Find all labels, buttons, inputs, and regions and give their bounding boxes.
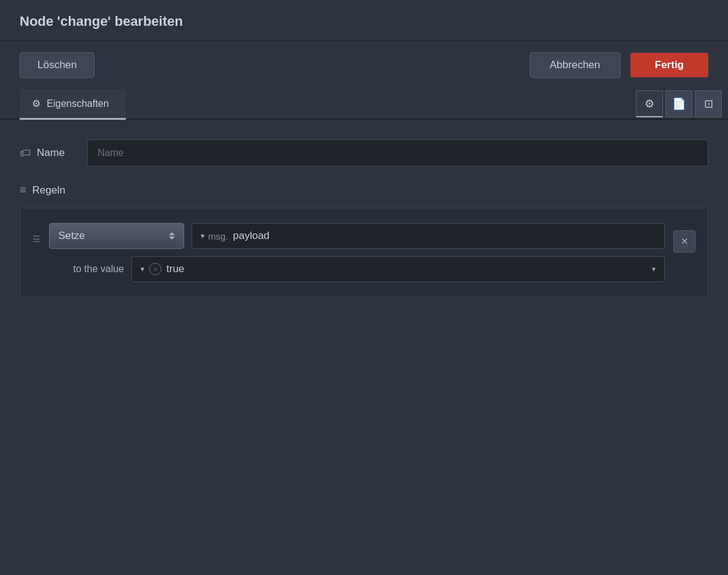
name-input[interactable] xyxy=(87,139,708,166)
tag-icon: 🏷 xyxy=(20,147,31,160)
tab-properties[interactable]: ⚙ Eigenschaften xyxy=(20,89,126,120)
arrow-down-icon xyxy=(169,237,175,240)
value-end-arrow-icon: ▾ xyxy=(652,265,656,273)
close-icon: ✕ xyxy=(681,236,689,247)
value-text: true xyxy=(166,263,647,275)
list-icon: ≡ xyxy=(20,184,26,197)
tab-icon-group: ⚙ 📄 ⊡ xyxy=(636,89,728,119)
value-type-boolean-icon: ○ xyxy=(149,263,161,275)
dialog-container: Node 'change' bearbeiten Löschen Abbrech… xyxy=(0,0,728,575)
settings-icon: ⚙ xyxy=(645,97,654,111)
tab-icon-appearance[interactable]: ⊡ xyxy=(695,90,722,117)
document-icon: 📄 xyxy=(672,97,686,111)
done-button[interactable]: Fertig xyxy=(630,53,708,77)
tab-icon-gear[interactable]: ⚙ xyxy=(636,90,663,117)
arrow-up-icon xyxy=(169,232,175,235)
layout-icon: ⊡ xyxy=(704,97,713,111)
name-label: 🏷 Name xyxy=(20,147,75,160)
tab-icon-doc[interactable]: 📄 xyxy=(665,90,692,117)
rules-section-label: ≡ Regeln xyxy=(20,184,708,197)
name-label-text: Name xyxy=(37,147,64,159)
dialog-header: Node 'change' bearbeiten xyxy=(0,0,728,41)
rule-top-row: Setze ▾ msg. payload xyxy=(49,223,665,249)
msg-prefix: msg. xyxy=(208,231,228,241)
action-label: Setze xyxy=(58,230,85,242)
to-value-label: to the value xyxy=(50,264,124,275)
value-field[interactable]: ▾ ○ true ▾ xyxy=(131,256,665,282)
dialog-title: Node 'change' bearbeiten xyxy=(20,14,708,29)
msg-dropdown-arrow-icon: ▾ xyxy=(201,232,204,240)
tab-spacer xyxy=(126,89,636,119)
rules-container: ☰ Setze xyxy=(20,208,708,297)
dialog-content: 🏷 Name ≡ Regeln ☰ xyxy=(0,120,728,575)
rule-row: ☰ Setze xyxy=(33,223,695,282)
msg-field-text: payload xyxy=(233,230,270,242)
select-arrows xyxy=(169,232,175,240)
drag-handle[interactable]: ☰ xyxy=(33,223,41,244)
tab-bar: ⚙ Eigenschaften ⚙ 📄 ⊡ xyxy=(0,89,728,120)
gear-icon: ⚙ xyxy=(32,98,41,109)
rule-content: Setze ▾ msg. payload xyxy=(49,223,665,282)
msg-payload-field[interactable]: ▾ msg. payload xyxy=(192,223,665,249)
delete-button[interactable]: Löschen xyxy=(20,52,95,78)
hamburger-icon: ☰ xyxy=(33,234,41,244)
name-row: 🏷 Name xyxy=(20,139,708,166)
tab-properties-label: Eigenschaften xyxy=(47,98,109,109)
rules-label-text: Regeln xyxy=(33,184,66,197)
value-type-arrow-icon: ▾ xyxy=(141,265,144,273)
action-select[interactable]: Setze xyxy=(49,223,184,249)
cancel-button[interactable]: Abbrechen xyxy=(530,52,621,78)
dialog-toolbar: Löschen Abbrechen Fertig xyxy=(0,41,728,89)
rule-delete-button[interactable]: ✕ xyxy=(673,230,695,252)
rule-bottom-row: to the value ▾ ○ true ▾ xyxy=(49,256,665,282)
